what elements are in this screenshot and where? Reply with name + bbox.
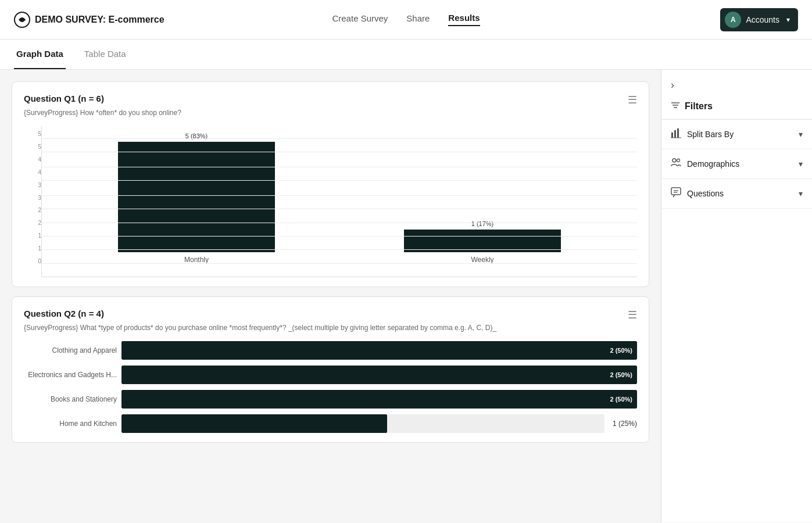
grid-line-4	[42, 180, 637, 181]
hbar-clothing: Clothing and Apparel 2 (50%)	[24, 341, 637, 360]
filter-questions-label: Questions	[687, 189, 724, 198]
hbar-clothing-track: 2 (50%)	[121, 341, 637, 360]
main-nav: Create Survey Share Results	[332, 13, 480, 26]
demographics-chevron-icon: ▾	[799, 159, 803, 169]
hbar-clothing-label: Clothing and Apparel	[24, 346, 117, 354]
grid-line-10	[42, 263, 637, 264]
svg-rect-4	[671, 132, 673, 138]
hbar-books: Books and Stationery 2 (50%)	[24, 390, 637, 409]
bar-monthly-group: 5 (83%) Monthly	[53, 131, 339, 264]
questions-chevron-icon: ▾	[799, 189, 803, 198]
nav-share[interactable]: Share	[406, 13, 430, 26]
bar-weekly-group: 1 (17%) Weekly	[339, 131, 625, 264]
svg-rect-6	[677, 128, 679, 138]
svg-point-8	[673, 159, 676, 162]
q2-menu-icon[interactable]: ☰	[628, 309, 637, 321]
svg-rect-5	[674, 130, 676, 138]
grid-line-5	[42, 195, 637, 196]
filters-title: Filters	[685, 101, 713, 112]
hbar-books-label: Books and Stationery	[24, 395, 117, 403]
hbar-electronics: Electronics and Gadgets H... 2 (50%)	[24, 366, 637, 384]
q1-subtitle: {SurveyProgress} How *often* do you shop…	[24, 109, 637, 117]
q2-title: Question Q2 (n = 4)	[24, 309, 104, 318]
grid-line-7	[42, 223, 637, 223]
grid-line-6	[42, 209, 637, 209]
filter-demographics-label: Demographics	[687, 159, 739, 169]
y-label-4b: 4	[24, 156, 41, 163]
grid-line-3	[42, 167, 637, 167]
y-label-0: 0	[24, 258, 41, 264]
q1-chart: 0 1 1 2 2 3 3 4 4 5 5	[24, 126, 637, 277]
question-q2-card: Question Q2 (n = 4) ☰ {SurveyProgress} W…	[12, 296, 649, 443]
svg-rect-10	[671, 188, 681, 195]
filter-section-questions: Questions ▾	[661, 179, 812, 209]
sidebar-toggle[interactable]: ›	[661, 70, 812, 96]
q1-title: Question Q1 (n = 6)	[24, 94, 104, 103]
q2-subtitle: {SurveyProgress} What *type of products*…	[24, 324, 637, 332]
hbar-home: Home and Kitchen 1 (25%)	[24, 414, 637, 433]
avatar: A	[725, 12, 741, 28]
tab-graph-data[interactable]: Graph Data	[14, 40, 66, 69]
y-label-2b: 2	[24, 207, 41, 213]
grid-line-1	[42, 138, 637, 139]
logo-icon	[14, 12, 30, 28]
accounts-label: Accounts	[746, 15, 779, 24]
hbar-home-label: Home and Kitchen	[24, 420, 117, 428]
q1-menu-icon[interactable]: ☰	[628, 94, 637, 106]
tab-table-data[interactable]: Table Data	[82, 40, 128, 69]
hbar-electronics-label: Electronics and Gadgets H...	[24, 371, 117, 379]
accounts-chevron-icon: ▾	[786, 16, 790, 24]
main-layout: Question Q1 (n = 6) ☰ {SurveyProgress} H…	[0, 70, 812, 522]
bar-weekly-rect	[404, 230, 561, 252]
filter-questions-header[interactable]: Questions ▾	[661, 179, 812, 208]
hbar-electronics-value: 2 (50%)	[610, 371, 632, 378]
nav-results[interactable]: Results	[448, 13, 480, 26]
content-area: Question Q1 (n = 6) ☰ {SurveyProgress} H…	[0, 70, 661, 522]
y-label-3a: 3	[24, 195, 41, 201]
svg-point-9	[677, 159, 680, 162]
question-q1-card: Question Q1 (n = 6) ☰ {SurveyProgress} H…	[12, 81, 649, 287]
hbar-clothing-fill: 2 (50%)	[121, 341, 637, 360]
q1-y-axis: 0 1 1 2 2 3 3 4 4 5 5	[24, 126, 41, 277]
grid-line-8	[42, 236, 637, 237]
people-icon	[671, 157, 681, 170]
hbar-books-track: 2 (50%)	[121, 390, 637, 409]
hbar-electronics-track: 2 (50%)	[121, 366, 637, 384]
y-label-3b: 3	[24, 182, 41, 188]
filter-demographics-header[interactable]: Demographics ▾	[661, 149, 812, 178]
filter-split-bars-label: Split Bars By	[687, 130, 734, 139]
q2-chart: Clothing and Apparel 2 (50%) Electronics…	[24, 341, 637, 433]
chat-icon	[671, 187, 681, 200]
hbar-books-value: 2 (50%)	[610, 396, 632, 403]
filter-split-bars-left: Split Bars By	[671, 128, 734, 141]
q1-header: Question Q1 (n = 6) ☰	[24, 94, 637, 106]
tabs-bar: Graph Data Table Data	[0, 40, 812, 70]
q1-bars-area: 5 (83%) Monthly 1 (17%) Weekly	[41, 126, 637, 277]
hbar-home-value: 1 (25%)	[613, 420, 637, 428]
filter-questions-left: Questions	[671, 187, 724, 200]
y-label-5a: 5	[24, 144, 41, 150]
y-label-1b: 1	[24, 232, 41, 239]
y-label-4a: 4	[24, 169, 41, 175]
bar-chart-icon	[671, 128, 681, 141]
y-label-5b: 5	[24, 131, 41, 137]
sidebar: › Filters	[661, 70, 812, 522]
filters-header: Filters	[661, 96, 812, 120]
hbar-home-fill	[121, 414, 387, 433]
filter-section-demographics: Demographics ▾	[661, 149, 812, 179]
logo-text: DEMO SURVEY: E-commerce	[35, 15, 164, 25]
hbar-home-track	[121, 414, 604, 433]
hbar-books-fill: 2 (50%)	[121, 390, 637, 409]
y-label-2a: 2	[24, 220, 41, 226]
grid-line-9	[42, 249, 637, 250]
y-label-1a: 1	[24, 245, 41, 252]
filter-split-bars-header[interactable]: Split Bars By ▾	[661, 120, 812, 149]
hbar-clothing-value: 2 (50%)	[610, 347, 632, 354]
nav-create-survey[interactable]: Create Survey	[332, 13, 388, 26]
accounts-button[interactable]: A Accounts ▾	[720, 8, 798, 31]
hbar-electronics-fill: 2 (50%)	[121, 366, 637, 384]
logo: DEMO SURVEY: E-commerce	[14, 12, 164, 28]
filters-icon	[671, 101, 680, 112]
q2-header: Question Q2 (n = 4) ☰	[24, 309, 637, 321]
bar-weekly-value-label: 1 (17%)	[471, 220, 494, 227]
